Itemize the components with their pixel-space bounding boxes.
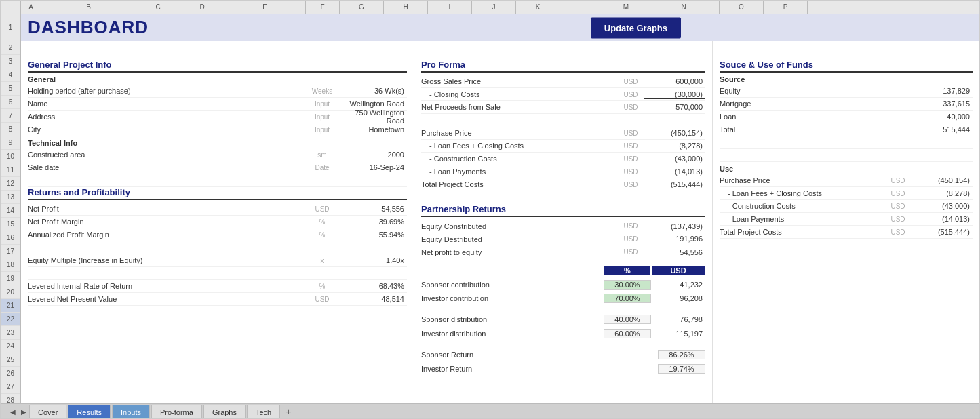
col-header-K[interactable]: K xyxy=(516,1,560,14)
holding-period-label: Holding period (after purchase) xyxy=(28,87,305,95)
loan-payments-label: - Loan Payments xyxy=(421,167,617,176)
sections-container: General Project Info General Holding per… xyxy=(21,41,979,403)
net-profit-equity-value: 54,556 xyxy=(644,248,705,256)
row-5[interactable]: 5 xyxy=(1,82,20,96)
col-header-B[interactable]: B xyxy=(41,1,136,14)
row-12[interactable]: 12 xyxy=(1,177,20,191)
construction-use-row: - Construction Costs USD (43,000) xyxy=(720,200,973,213)
row-19[interactable]: 19 xyxy=(1,272,20,285)
col-header-G[interactable]: G xyxy=(340,1,384,14)
row-25[interactable]: 25 xyxy=(1,353,20,367)
sale-date-label: Sale date xyxy=(28,163,305,172)
dashboard-content: DASHBOARD Update Graphs General Project … xyxy=(21,14,979,403)
main-area: 1 2 3 4 5 6 7 8 9 10 11 12 13 14 15 16 1… xyxy=(1,14,979,403)
row-21[interactable]: 21 xyxy=(1,299,20,313)
col-header-P[interactable]: P xyxy=(764,1,808,14)
total-project-costs-unit: USD xyxy=(617,181,644,188)
sponsor-contribution-pct: 30.00% xyxy=(604,280,651,290)
ann-profit-margin-unit: % xyxy=(305,231,339,239)
row-18[interactable]: 18 xyxy=(1,258,20,272)
usd-header: USD xyxy=(651,266,705,275)
row-28[interactable]: 28 xyxy=(1,394,20,403)
sale-date-row: Sale date Date 16-Sep-24 xyxy=(28,161,407,174)
total-project-costs-row: Total Project Costs USD (515,444) xyxy=(421,178,705,191)
net-profit-equity-unit: USD xyxy=(617,248,644,256)
col-header-C[interactable]: C xyxy=(136,1,180,14)
partnership-section-title: Partnership Returns xyxy=(421,204,705,217)
loan-fees-unit: USD xyxy=(617,142,644,150)
holding-period-unit: Weeks xyxy=(305,87,339,95)
investor-return-value: 19.74% xyxy=(658,364,705,374)
sale-date-unit: Date xyxy=(305,164,339,172)
col-header-D[interactable]: D xyxy=(180,1,224,14)
scroll-right-arrow[interactable]: ▶ xyxy=(18,405,29,418)
net-profit-equity-row: Net profit to equity USD 54,556 xyxy=(421,245,705,258)
col-header-F[interactable]: F xyxy=(306,1,340,14)
col-header-M[interactable]: M xyxy=(604,1,648,14)
row-15[interactable]: 15 xyxy=(1,218,20,231)
row-13[interactable]: 13 xyxy=(1,191,20,204)
npv-row: Levered Net Present Value USD 48,514 xyxy=(28,293,407,306)
sponsor-return-label: Sponsor Return xyxy=(421,351,658,359)
use-sub-title: Use xyxy=(720,165,973,173)
irr-unit: % xyxy=(305,283,339,290)
irr-value: 68.43% xyxy=(339,282,407,290)
city-unit: Input xyxy=(305,126,339,134)
col-header-O[interactable]: O xyxy=(720,1,764,14)
row-16[interactable]: 16 xyxy=(1,231,20,245)
col-header-J[interactable]: J xyxy=(472,1,516,14)
row-26[interactable]: 26 xyxy=(1,367,20,380)
row-23[interactable]: 23 xyxy=(1,326,20,340)
row-22[interactable]: 22 xyxy=(1,313,20,326)
equity-source-value: 137,829 xyxy=(912,87,973,95)
scroll-left-arrow[interactable]: ◀ xyxy=(7,405,18,418)
tab-inputs[interactable]: Inputs xyxy=(112,405,150,418)
row-20[interactable]: 20 xyxy=(1,285,20,299)
total-project-costs-value: (515,444) xyxy=(644,180,705,188)
column-headers: A B C D E F G H I J K L M N O P xyxy=(1,1,979,14)
equity-source-row: Equity 137,829 xyxy=(720,85,973,98)
row-14[interactable]: 14 xyxy=(1,204,20,218)
tab-cover[interactable]: Cover xyxy=(29,405,66,418)
tab-graphs[interactable]: Graphs xyxy=(203,405,246,418)
source-total-value: 515,444 xyxy=(912,125,973,134)
dashboard-title: DASHBOARD xyxy=(28,17,149,38)
row-1[interactable]: 1 xyxy=(1,14,20,41)
row-6[interactable]: 6 xyxy=(1,96,20,109)
col-header-E[interactable]: E xyxy=(224,1,306,14)
tab-tech[interactable]: Tech xyxy=(247,405,280,418)
col-header-I[interactable]: I xyxy=(428,1,472,14)
row-3[interactable]: 3 xyxy=(1,55,20,68)
constructed-area-label: Constructed area xyxy=(28,151,305,159)
tab-results[interactable]: Results xyxy=(68,405,111,418)
add-tab-button[interactable]: + xyxy=(281,405,295,418)
investor-distribution-row: Investor distribution 60.00% 115,197 xyxy=(421,327,705,340)
address-unit: Input xyxy=(305,113,339,121)
irr-row: Levered Internal Rate of Return % 68.43% xyxy=(28,280,407,293)
row-9[interactable]: 9 xyxy=(1,136,20,150)
row-7[interactable]: 7 xyxy=(1,109,20,123)
col-header-N[interactable]: N xyxy=(648,1,720,14)
col-header-L[interactable]: L xyxy=(560,1,604,14)
purchase-price-row: Purchase Price USD (450,154) xyxy=(421,127,705,140)
row-4[interactable]: 4 xyxy=(1,68,20,82)
row-24[interactable]: 24 xyxy=(1,340,20,353)
col-header-H[interactable]: H xyxy=(384,1,428,14)
closing-costs-unit: USD xyxy=(617,91,644,98)
investor-contribution-row: Investor contribution 70.00% 96,208 xyxy=(421,292,705,304)
row-10[interactable]: 10 xyxy=(1,150,20,163)
loan-fees-value: (8,278) xyxy=(644,142,705,150)
col-header-A[interactable]: A xyxy=(21,1,41,14)
equity-source-label: Equity xyxy=(720,87,884,95)
npv-unit: USD xyxy=(305,296,339,303)
construction-costs-value: (43,000) xyxy=(644,155,705,163)
update-graphs-button[interactable]: Update Graphs xyxy=(591,17,681,38)
loan-payments-value: (14,013) xyxy=(644,167,705,176)
row-2[interactable]: 2 xyxy=(1,41,20,55)
row-8[interactable]: 8 xyxy=(1,123,20,136)
tab-proforma[interactable]: Pro-forma xyxy=(151,405,202,418)
row-27[interactable]: 27 xyxy=(1,380,20,394)
row-17[interactable]: 17 xyxy=(1,245,20,258)
row-11[interactable]: 11 xyxy=(1,163,20,177)
loan-payments-use-value: (14,013) xyxy=(912,215,973,223)
